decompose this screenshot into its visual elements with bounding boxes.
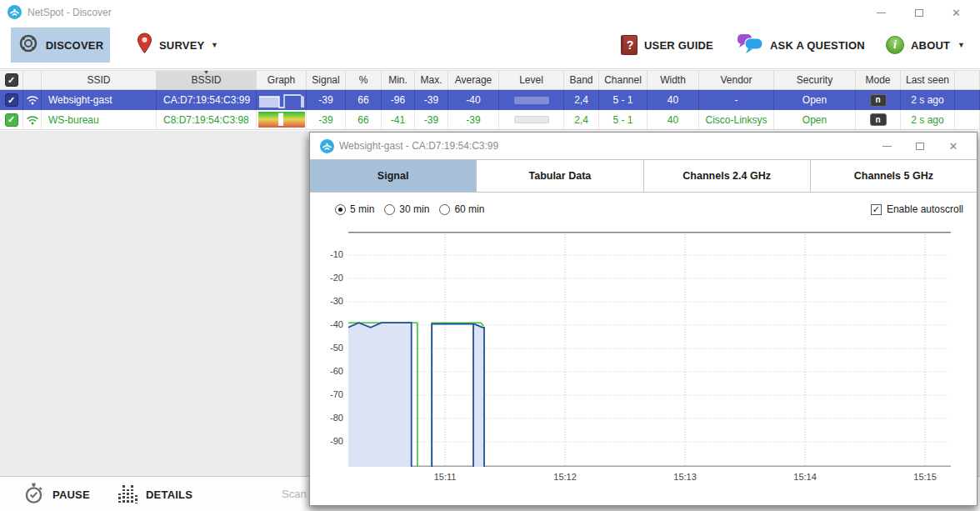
vendor-cell: - bbox=[699, 90, 774, 110]
percent-cell: 66 bbox=[346, 90, 382, 110]
popup-minimize-button[interactable] bbox=[870, 133, 903, 159]
header-vendor[interactable]: Vendor bbox=[699, 71, 774, 89]
ssid-cell: WS-bureau bbox=[42, 110, 157, 129]
mode-badge: n bbox=[856, 90, 901, 110]
popup-maximize-button[interactable] bbox=[903, 133, 937, 159]
popup-tabs: Signal Tabular Data Channels 2.4 GHz Cha… bbox=[310, 159, 977, 193]
details-button[interactable]: DETAILS bbox=[118, 477, 192, 511]
security-cell: Open bbox=[774, 110, 856, 129]
ask-question-label: ASK A QUESTION bbox=[770, 39, 865, 52]
header-security[interactable]: Security bbox=[774, 71, 856, 89]
select-all-checkbox[interactable]: ✓ bbox=[0, 71, 23, 89]
pause-label: PAUSE bbox=[52, 488, 90, 501]
enable-autoscroll-checkbox[interactable]: ✓ Enable autoscroll bbox=[871, 203, 963, 215]
header-last-seen[interactable]: Last seen bbox=[901, 71, 955, 89]
netspot-logo-icon bbox=[320, 139, 334, 153]
radio-button-icon bbox=[335, 204, 346, 215]
chart-controls: 5 min 30 min 60 min ✓ Enable autoscroll bbox=[310, 193, 977, 228]
popup-close-button[interactable]: ✕ bbox=[937, 133, 970, 159]
header-level[interactable]: Level bbox=[499, 71, 564, 89]
close-button[interactable]: ✕ bbox=[938, 0, 975, 25]
x-axis-tick-label: 15:11 bbox=[427, 472, 463, 482]
header-graph[interactable]: Graph bbox=[257, 71, 307, 89]
main-titlebar: NetSpot - Discover ✕ bbox=[0, 0, 980, 25]
header-percent[interactable]: % bbox=[346, 71, 382, 89]
wifi-icon bbox=[23, 110, 42, 129]
maximize-button[interactable] bbox=[900, 0, 938, 25]
signal-cell: -39 bbox=[307, 90, 346, 110]
mini-graph-websight bbox=[257, 90, 307, 110]
netspot-logo-icon bbox=[8, 5, 22, 19]
header-wifi[interactable] bbox=[23, 71, 42, 89]
scan-status-text: Scan bbox=[282, 488, 307, 500]
header-channel[interactable]: Channel bbox=[599, 71, 648, 89]
ask-question-button[interactable]: ASK A QUESTION bbox=[737, 28, 865, 63]
level-bar bbox=[499, 90, 564, 110]
header-signal[interactable]: Signal bbox=[307, 71, 346, 89]
y-axis-tick-label: -40 bbox=[318, 319, 343, 329]
x-axis-tick-label: 15:13 bbox=[667, 472, 703, 482]
interval-radio-group: 5 min 30 min 60 min bbox=[335, 203, 484, 215]
radio-5min[interactable]: 5 min bbox=[335, 203, 374, 215]
min-cell: -41 bbox=[382, 110, 415, 129]
y-axis-tick-label: -70 bbox=[318, 389, 343, 399]
main-window-controls: ✕ bbox=[862, 0, 975, 25]
tab-channels-5ghz[interactable]: Channels 5 GHz bbox=[811, 160, 977, 192]
stopwatch-icon bbox=[23, 482, 44, 508]
header-bssid[interactable]: ▼BSSID bbox=[157, 71, 257, 89]
y-axis-tick-label: -10 bbox=[318, 249, 343, 259]
wifi-icon bbox=[23, 90, 42, 110]
tab-tabular-data[interactable]: Tabular Data bbox=[477, 160, 643, 192]
discover-label: DISCOVER bbox=[46, 39, 104, 52]
row-checkbox[interactable]: ✓ bbox=[0, 110, 23, 129]
popup-window-title: Websight-gast - CA:D7:19:54:C3:99 bbox=[339, 140, 498, 152]
radio-30min[interactable]: 30 min bbox=[384, 203, 429, 215]
last-seen-cell: 2 s ago bbox=[901, 110, 955, 129]
table-row-ws-bureau[interactable]: ✓ WS-bureau C8:D7:19:54:C3:98 -39 66 -41… bbox=[0, 110, 980, 130]
header-width[interactable]: Width bbox=[648, 71, 699, 89]
header-mode[interactable]: Mode bbox=[856, 71, 901, 89]
checkbox-icon: ✓ bbox=[871, 204, 882, 215]
header-max[interactable]: Max. bbox=[415, 71, 448, 89]
header-ssid[interactable]: SSID bbox=[42, 71, 157, 89]
y-axis-tick-label: -50 bbox=[318, 343, 343, 353]
pause-button[interactable]: PAUSE bbox=[23, 477, 90, 511]
average-cell: -40 bbox=[448, 90, 499, 110]
table-row-websight-gast[interactable]: ✓ Websight-gast CA:D7:19:54:C3:99 -39 66… bbox=[0, 90, 980, 110]
header-band[interactable]: Band bbox=[564, 71, 599, 89]
y-axis-tick-label: -60 bbox=[318, 366, 343, 376]
info-icon: i bbox=[886, 36, 904, 54]
speech-bubbles-icon bbox=[737, 33, 763, 58]
tab-signal[interactable]: Signal bbox=[310, 160, 477, 192]
radio-button-icon bbox=[439, 204, 450, 215]
main-window-title: NetSpot - Discover bbox=[28, 7, 112, 18]
y-axis-tick-label: -30 bbox=[318, 296, 343, 306]
x-axis-tick-label: 15:14 bbox=[787, 472, 823, 482]
discover-button[interactable]: DISCOVER bbox=[11, 28, 110, 63]
header-average[interactable]: Average bbox=[448, 71, 499, 89]
mini-graph-ws-bureau bbox=[257, 110, 307, 129]
y-axis-tick-label: -90 bbox=[318, 436, 343, 446]
survey-button[interactable]: SURVEY bbox=[137, 28, 204, 63]
user-guide-button[interactable]: ? USER GUIDE bbox=[621, 28, 713, 63]
x-axis-tick-label: 15:12 bbox=[547, 472, 583, 482]
tab-channels-24ghz[interactable]: Channels 2.4 GHz bbox=[644, 160, 811, 192]
about-button[interactable]: i ABOUT bbox=[886, 28, 950, 63]
minimize-button[interactable] bbox=[862, 0, 900, 25]
radio-60min[interactable]: 60 min bbox=[439, 203, 484, 215]
ssid-cell: Websight-gast bbox=[42, 90, 157, 110]
width-cell: 40 bbox=[648, 110, 699, 129]
average-cell: -39 bbox=[448, 110, 499, 129]
discover-icon bbox=[18, 33, 39, 58]
header-min[interactable]: Min. bbox=[382, 71, 415, 89]
user-guide-label: USER GUIDE bbox=[644, 39, 713, 52]
popup-window-controls: ✕ bbox=[870, 133, 970, 158]
width-cell: 40 bbox=[648, 90, 699, 110]
details-label: DETAILS bbox=[146, 488, 192, 501]
row-checkbox[interactable]: ✓ bbox=[0, 90, 23, 110]
equalizer-bars-icon bbox=[118, 485, 138, 503]
survey-dropdown[interactable]: ▼ bbox=[211, 28, 218, 63]
chevron-down-icon: ▼ bbox=[958, 41, 965, 49]
vendor-cell: Cisco-Linksys bbox=[699, 110, 774, 129]
about-dropdown[interactable]: ▼ bbox=[958, 28, 965, 63]
